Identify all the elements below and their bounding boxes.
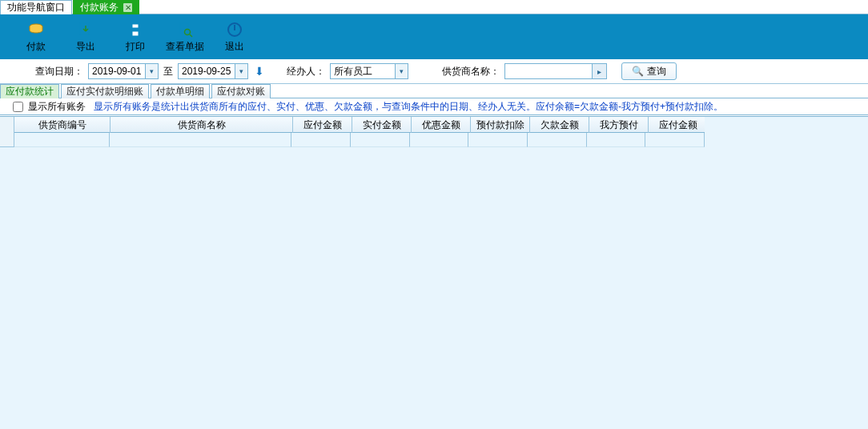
toolbar-exit-button[interactable]: 退出 bbox=[210, 18, 259, 56]
toolbar-label: 退出 bbox=[225, 40, 244, 54]
to-label: 至 bbox=[163, 65, 173, 78]
grid-body bbox=[0, 133, 705, 429]
table-row bbox=[0, 133, 705, 147]
operator-value: 所有员工 bbox=[331, 64, 395, 78]
grid-empty-right bbox=[705, 117, 868, 429]
cell[interactable] bbox=[468, 133, 528, 147]
printer-icon bbox=[127, 21, 144, 38]
col-supplier-name[interactable]: 供货商名称 bbox=[111, 117, 293, 133]
helper-note: 显示所有账务是统计出供货商所有的应付、实付、优惠、欠款金额，与查询条件中的日期、… bbox=[94, 100, 723, 114]
supplier-name-input[interactable]: ▸ bbox=[504, 63, 607, 79]
cell[interactable] bbox=[110, 133, 291, 147]
row-header[interactable] bbox=[0, 133, 14, 147]
svg-rect-4 bbox=[132, 31, 139, 36]
window-tab-strip: 功能导航窗口 付款账务 ✕ bbox=[0, 0, 868, 14]
col-payable-balance[interactable]: 应付金额 bbox=[649, 117, 708, 133]
export-icon bbox=[77, 21, 94, 38]
toolbar-label: 付款 bbox=[26, 40, 46, 54]
query-button-label: 查询 bbox=[647, 65, 666, 78]
date-to-field[interactable]: 2019-09-25 ▾ bbox=[178, 63, 248, 79]
sub-tab-payable-detail-ledger[interactable]: 应付实付款明细账 bbox=[61, 84, 149, 98]
operator-label: 经办人： bbox=[287, 65, 325, 78]
cell[interactable] bbox=[645, 133, 705, 147]
show-all-label: 显示所有账务 bbox=[28, 100, 86, 114]
cell[interactable] bbox=[528, 133, 587, 147]
main-toolbar: 付款 导出 打印 查看单据 退出 bbox=[0, 14, 868, 59]
col-supplier-code[interactable]: 供货商编号 bbox=[14, 117, 111, 133]
toolbar-print-button[interactable]: 打印 bbox=[111, 18, 160, 56]
query-button[interactable]: 🔍 查询 bbox=[621, 62, 677, 80]
close-icon[interactable]: ✕ bbox=[123, 3, 132, 12]
toolbar-label: 打印 bbox=[126, 40, 145, 54]
supplier-name-value bbox=[505, 64, 592, 78]
operator-select[interactable]: 所有员工 ▾ bbox=[330, 63, 408, 79]
sub-tab-payment-doc-detail[interactable]: 付款单明细 bbox=[151, 84, 210, 98]
toolbar-export-button[interactable]: 导出 bbox=[61, 18, 111, 56]
tab-function-nav[interactable]: 功能导航窗口 bbox=[0, 0, 72, 14]
filter-bar: 查询日期： 2019-09-01 ▾ 至 2019-09-25 ▾ ⬇ 经办人：… bbox=[0, 59, 868, 84]
tab-payment-accounts[interactable]: 付款账务 ✕ bbox=[73, 0, 139, 14]
helper-row: 显示所有账务 显示所有账务是统计出供货商所有的应付、实付、优惠、欠款金额，与查询… bbox=[0, 98, 868, 115]
sub-tab-strip: 应付款统计 应付实付款明细账 付款单明细 应付款对账 bbox=[0, 84, 868, 98]
sub-tab-payable-stats[interactable]: 应付款统计 bbox=[0, 84, 59, 98]
cell[interactable] bbox=[410, 133, 469, 147]
toolbar-pay-button[interactable]: 付款 bbox=[11, 18, 61, 56]
col-discount[interactable]: 优惠金额 bbox=[412, 117, 471, 133]
show-all-checkbox[interactable] bbox=[13, 102, 23, 112]
chevron-down-icon[interactable]: ▾ bbox=[235, 64, 247, 78]
svg-rect-3 bbox=[132, 24, 139, 28]
arrow-down-icon[interactable]: ⬇ bbox=[253, 65, 266, 78]
toolbar-label: 导出 bbox=[76, 40, 95, 54]
data-grid: 供货商编号 供货商名称 应付金额 实付金额 优惠金额 预付款扣除 欠款金额 我方… bbox=[0, 116, 868, 429]
toolbar-label: 查看单据 bbox=[166, 40, 204, 54]
lookup-icon[interactable]: ▸ bbox=[592, 64, 606, 78]
col-prepay-deduct[interactable]: 预付款扣除 bbox=[471, 117, 530, 133]
cell[interactable] bbox=[291, 133, 351, 147]
supplier-label: 供货商名称： bbox=[442, 65, 500, 78]
sub-tab-payable-reconcile[interactable]: 应付款对账 bbox=[211, 84, 271, 98]
cell[interactable] bbox=[14, 133, 110, 147]
cell[interactable] bbox=[351, 133, 410, 147]
tab-label: 功能导航窗口 bbox=[7, 1, 65, 14]
grid-corner bbox=[0, 117, 14, 133]
coin-stack-icon bbox=[27, 21, 45, 38]
tab-label: 付款账务 bbox=[80, 1, 119, 14]
date-label: 查询日期： bbox=[35, 65, 83, 78]
date-from-field[interactable]: 2019-09-01 ▾ bbox=[88, 63, 159, 79]
power-icon bbox=[226, 21, 243, 38]
toolbar-view-doc-button[interactable]: 查看单据 bbox=[160, 18, 210, 56]
chevron-down-icon[interactable]: ▾ bbox=[145, 64, 158, 78]
date-to-value: 2019-09-25 bbox=[179, 64, 235, 78]
col-payable[interactable]: 应付金额 bbox=[293, 117, 352, 133]
document-search-icon bbox=[176, 21, 194, 38]
col-owed[interactable]: 欠款金额 bbox=[530, 117, 589, 133]
chevron-down-icon[interactable]: ▾ bbox=[395, 64, 408, 78]
date-from-value: 2019-09-01 bbox=[89, 64, 145, 78]
search-icon: 🔍 bbox=[632, 66, 644, 77]
cell[interactable] bbox=[587, 133, 646, 147]
col-our-prepay[interactable]: 我方预付 bbox=[589, 117, 649, 133]
col-paid[interactable]: 实付金额 bbox=[352, 117, 412, 133]
